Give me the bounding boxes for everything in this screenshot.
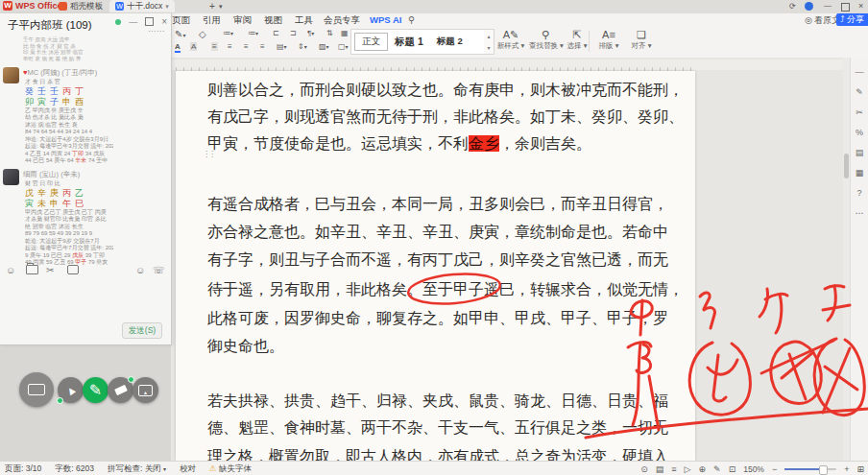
chat-toolbar: ☺ ✂ ☺ ☏ [0, 265, 171, 280]
restore-button[interactable] [841, 3, 850, 12]
new-style-button[interactable]: A✎ 新样式 ▾ [494, 29, 527, 51]
scrollbar-thumb[interactable] [844, 154, 849, 178]
edit-mode-icon[interactable]: ✎ [713, 464, 721, 474]
close-button[interactable]: × [858, 1, 863, 11]
style-heading1[interactable]: 标题 1 [388, 34, 430, 51]
tab-docer[interactable]: 稻壳模板 [53, 0, 108, 12]
send-button[interactable]: 发送(S) [122, 322, 162, 339]
border-icon[interactable]: ▢▾ [338, 42, 349, 51]
chat-close-button[interactable]: × [161, 16, 167, 27]
highlight-color-icon[interactable]: A [190, 42, 197, 51]
text-effects-icon[interactable]: ✎▾ [175, 29, 185, 39]
show-marks-icon[interactable]: ▦ [341, 29, 349, 37]
zoom-in-button[interactable]: + [844, 464, 849, 474]
screenshot-scissors-icon[interactable]: ✂ [46, 265, 54, 275]
style-heading2[interactable]: 标题 2 [430, 34, 470, 50]
grid-tool-icon[interactable]: ▦ [856, 168, 864, 178]
doc-line: 此格可废，因罗御史命，聊复存之。如甲申、甲戌、甲子、甲子，罗 [207, 309, 678, 328]
avatar[interactable] [3, 67, 19, 83]
read-layout-icon[interactable]: ▷ [685, 464, 691, 474]
call-icon[interactable]: ☏ [153, 265, 165, 275]
chat-sender-name: ♥MC (阿姨) (丁丑/丙申) [23, 68, 97, 78]
page-indicator[interactable]: 页面: 3/10 [5, 463, 41, 475]
avatar[interactable] [3, 169, 19, 185]
file-icon[interactable] [26, 265, 38, 274]
style-normal[interactable]: 正文 [354, 33, 388, 51]
ribbon-search-icon[interactable]: ⚲ [408, 14, 415, 25]
word-count[interactable]: 字数: 6203 [55, 463, 94, 475]
vertical-scrollbar[interactable] [843, 58, 850, 461]
doc-line: 亦合禄之意也。如辛丑、辛丑、辛丑、庚寅，章统制命是也。若命中 [207, 223, 678, 242]
arrange-button[interactable]: ❏ 对齐 ▾ [625, 29, 658, 51]
paragraph-tool-icon[interactable]: ¶▾ [307, 29, 314, 37]
proofread-button[interactable]: 校对 [180, 463, 196, 475]
share-button[interactable]: ⤴ 分享 [836, 13, 868, 26]
zoom-level[interactable]: 150% [743, 464, 764, 474]
web-layout-icon[interactable]: ⊕ [699, 464, 707, 474]
fullscreen-icon[interactable]: ⊡ [729, 464, 736, 474]
typeset-button[interactable]: A≡ 排版 ▾ [592, 29, 625, 51]
whiteboard-button[interactable] [19, 372, 54, 407]
align-right-icon[interactable]: ≡ [244, 42, 249, 51]
clear-format-icon[interactable]: ◇ [199, 29, 206, 39]
minimize-button[interactable]: — [824, 1, 832, 10]
style-gallery-scroll[interactable]: ▴ ▾ [484, 29, 494, 55]
zoom-slider-thumb[interactable] [819, 465, 828, 475]
fit-page-icon[interactable]: ⊞ [856, 464, 864, 474]
gallery-down-icon[interactable]: ▾ [487, 44, 490, 51]
more-tools-icon[interactable]: ⋯ [856, 208, 864, 218]
doc-line: 待于遥，另有取用，非此格矣。至于甲子遥巳，转辗求合，似觉无情， [207, 280, 678, 299]
distribute-icon[interactable]: ▤▾ [277, 42, 287, 51]
align-justify-icon[interactable]: ≡ [260, 42, 265, 51]
pen-tool-icon[interactable]: ✎ [856, 87, 863, 97]
missing-font-warning[interactable]: ⚠ 缺失字体 [209, 463, 252, 475]
tab-document[interactable]: W 十干.docx ▾ [109, 0, 175, 12]
wps-ai-menu[interactable]: WPS AI [370, 14, 401, 25]
zoom-slider[interactable] [784, 468, 836, 470]
align-center-icon[interactable]: ≡ [228, 42, 232, 51]
percent-tool-icon[interactable]: % [856, 128, 863, 137]
font-color-icon[interactable]: A [175, 42, 181, 53]
emoji-icon[interactable]: ☺ [6, 265, 15, 275]
save-screenshot-button[interactable]: ▴ [133, 377, 158, 403]
gallery-up-icon[interactable]: ▴ [487, 33, 490, 39]
read-mode-icon[interactable]: ▤ [856, 148, 864, 157]
decrease-indent-icon[interactable]: ⊏ [273, 29, 279, 37]
cursor-tool-button[interactable]: ▲ [58, 377, 84, 403]
find-replace-button[interactable]: ⚲ 查找替换 ▾ [529, 29, 562, 51]
sync-icon[interactable]: ⟳ [789, 2, 796, 11]
page-view-icon[interactable]: ▤ [656, 464, 664, 474]
chat-sender-name: 细雨 (宝山) (辛未) [23, 170, 80, 179]
outline-view-icon[interactable]: ≡ [671, 464, 676, 474]
zoom-out-button[interactable]: − [772, 464, 777, 474]
document-page[interactable]: ⋮⋮ 则善以合之，而刑合则硬以致之也。命有庚申，则木被冲克而不能刑， 有戊己字，… [176, 71, 695, 461]
number-list-icon[interactable]: ≔▾ [248, 29, 258, 37]
eraser-tool-button[interactable] [108, 377, 133, 403]
align-left-icon[interactable]: ≡ [211, 42, 218, 51]
shading-icon[interactable]: ▨▾ [319, 42, 329, 51]
doc-line: 若夫拱禄、拱贵、趋干、归禄、夹戌、鼠贵、骑龙、日德、日贵、福 [207, 392, 678, 411]
eye-protect-icon[interactable]: ⊙ [640, 464, 648, 474]
spellcheck-status[interactable]: 拼写检查: 关闭 ▾ [108, 463, 166, 475]
chat-group-title: 子平内部班 (109) [8, 18, 92, 33]
line-spacing-icon[interactable]: ⇕▾ [298, 42, 307, 51]
chat-maximize-button[interactable] [145, 17, 154, 26]
bazi-chart-message[interactable]: 才 食 日 杀 官 癸壬壬丙丁 卯寅子申酉 乙 甲丙戊 癸 庚壬戊 辛 劫 伤才… [25, 79, 113, 165]
user-avatar[interactable] [805, 2, 813, 11]
chat-minimize-button[interactable]: — [129, 17, 137, 27]
chat-history-icon[interactable] [67, 265, 79, 274]
chat-more-icon[interactable]: ⋯⋯ [148, 27, 165, 36]
doc-line: 有遥合成格者，巳与丑会，本同一局，丑多则会巳，而辛丑日得官， [207, 195, 678, 214]
collapse-icon[interactable]: — [856, 67, 864, 77]
tab-list-caret-icon[interactable]: ▾ [219, 3, 223, 11]
bullet-list-icon[interactable]: ≔▾ [223, 29, 233, 37]
increase-indent-icon[interactable]: ⊐ [290, 29, 297, 37]
sort-icon[interactable]: ⇅ [326, 29, 333, 37]
cut-tool-icon[interactable]: ✂ [856, 107, 863, 117]
smiley-icon[interactable]: ☺ [135, 265, 145, 275]
new-tab-button[interactable]: + [209, 1, 215, 12]
help-icon[interactable]: ? [856, 188, 861, 198]
bazi-chart-message[interactable]: 财 官 日 印 比 戊辛庚丙乙 寅未申午巳 甲丙戊 乙己丁 庚壬戊 己丁 丙庚 … [25, 180, 113, 267]
chat-input-area[interactable] [0, 282, 171, 321]
pen-tool-button[interactable]: ✎ [83, 377, 108, 403]
